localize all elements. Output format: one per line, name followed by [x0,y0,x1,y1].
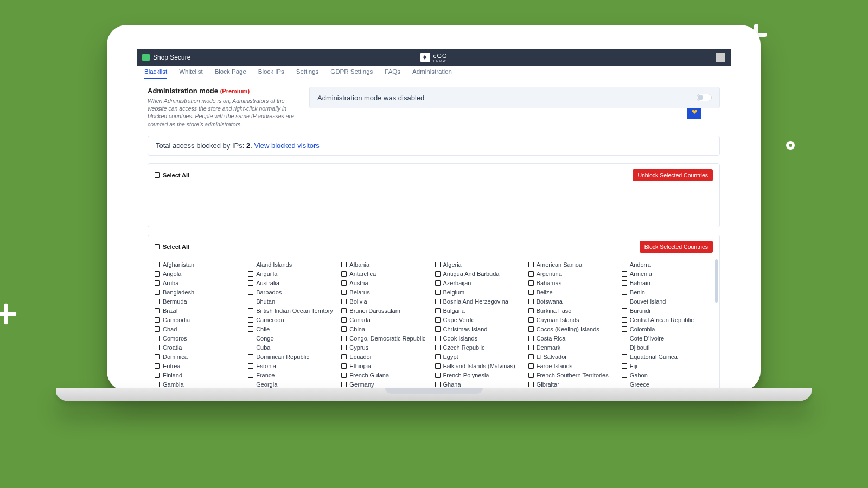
country-item[interactable]: Greece [622,381,713,388]
country-item[interactable]: Bahamas [528,280,620,286]
country-item[interactable]: Algeria [435,261,526,268]
country-item[interactable]: Burkina Faso [528,307,620,314]
tab-administration[interactable]: Administration [412,68,452,79]
country-item[interactable]: Belarus [341,289,432,296]
scrollbar[interactable] [715,259,718,303]
country-item[interactable]: Bolivia [341,298,432,305]
country-item[interactable]: Cyprus [341,344,432,351]
country-item[interactable]: Brunei Darussalam [341,307,432,314]
country-item[interactable]: Faroe Islands [528,363,620,369]
country-item[interactable]: Congo, Democratic Republic [341,335,432,342]
country-item[interactable]: Colombia [622,326,713,332]
country-item[interactable]: Angola [155,271,246,277]
country-item[interactable]: Cayman Islands [528,317,620,323]
country-item[interactable]: British Indian Ocean Territory [248,307,339,314]
country-item[interactable]: Fiji [622,363,713,369]
tab-block-ips[interactable]: Block IPs [258,68,284,79]
country-item[interactable]: Djibouti [622,344,713,351]
country-item[interactable]: Aland Islands [248,261,339,268]
select-all-available[interactable]: Select All [155,243,189,250]
country-item[interactable]: Argentina [528,271,620,277]
country-item[interactable]: Gabon [622,372,713,378]
country-item[interactable]: Brazil [155,307,246,314]
select-all-blocked[interactable]: Select All [155,172,189,178]
country-item[interactable]: Cocos (Keeling) Islands [528,326,620,332]
country-item[interactable]: France [248,372,339,378]
country-item[interactable]: Cambodia [155,317,246,323]
country-item[interactable]: Dominican Republic [248,354,339,360]
country-item[interactable]: Chile [248,326,339,332]
country-item[interactable]: Germany [341,381,432,388]
view-blocked-link[interactable]: View blocked visitors [254,142,319,150]
country-item[interactable]: Ghana [435,381,526,388]
country-item[interactable]: Antigua And Barbuda [435,271,526,277]
country-item[interactable]: Cote D'Ivoire [622,335,713,342]
block-button[interactable]: Block Selected Countries [640,241,713,253]
country-item[interactable]: China [341,326,432,332]
country-item[interactable]: Ethiopia [341,363,432,369]
tab-block-page[interactable]: Block Page [215,68,246,79]
country-item[interactable]: Armenia [622,271,713,277]
country-item[interactable]: Belize [528,289,620,296]
tab-gdpr-settings[interactable]: GDPR Settings [330,68,373,79]
country-item[interactable]: Burundi [622,307,713,314]
country-item[interactable]: Christmas Island [435,326,526,332]
country-item[interactable]: Czech Republic [435,344,526,351]
country-item[interactable]: Cuba [248,344,339,351]
avatar[interactable] [716,53,725,62]
country-item[interactable]: Australia [248,280,339,286]
country-item[interactable]: French Polynesia [435,372,526,378]
country-item[interactable]: Bermuda [155,298,246,305]
country-item[interactable]: Bouvet Island [622,298,713,305]
country-item[interactable]: Falkland Islands (Malvinas) [435,363,526,369]
country-item[interactable]: French Southern Territories [528,372,620,378]
country-item[interactable]: Cape Verde [435,317,526,323]
country-item[interactable]: Georgia [248,381,339,388]
country-item[interactable]: Austria [341,280,432,286]
country-item[interactable]: Antarctica [341,271,432,277]
country-item[interactable]: Bhutan [248,298,339,305]
country-item[interactable]: French Guiana [341,372,432,378]
country-item[interactable]: Dominica [155,354,246,360]
admin-mode-toggle[interactable] [697,94,712,101]
country-item[interactable]: Denmark [528,344,620,351]
country-item[interactable]: Bahrain [622,280,713,286]
country-item[interactable]: American Samoa [528,261,620,268]
country-item[interactable]: Benin [622,289,713,296]
tab-blacklist[interactable]: Blacklist [144,68,167,79]
country-item[interactable]: Barbados [248,289,339,296]
country-item[interactable]: Aruba [155,280,246,286]
country-item[interactable]: Anguilla [248,271,339,277]
country-item[interactable]: Costa Rica [528,335,620,342]
country-item[interactable]: Bangladesh [155,289,246,296]
country-item[interactable]: Gambia [155,381,246,388]
country-item[interactable]: Eritrea [155,363,246,369]
country-item[interactable]: Andorra [622,261,713,268]
country-item[interactable]: Bosnia And Herzegovina [435,298,526,305]
country-item[interactable]: Equatorial Guinea [622,354,713,360]
tab-whitelist[interactable]: Whitelist [179,68,202,79]
country-item[interactable]: Gibraltar [528,381,620,388]
country-item[interactable]: El Salvador [528,354,620,360]
country-item[interactable]: Comoros [155,335,246,342]
country-item[interactable]: Chad [155,326,246,332]
country-item[interactable]: Estonia [248,363,339,369]
country-item[interactable]: Afghanistan [155,261,246,268]
country-item[interactable]: Belgium [435,289,526,296]
unblock-button[interactable]: Unblock Selected Countries [633,169,713,181]
country-item[interactable]: Cameroon [248,317,339,323]
country-item[interactable]: Central African Republic [622,317,713,323]
country-item[interactable]: Albania [341,261,432,268]
country-item[interactable]: Croatia [155,344,246,351]
country-item[interactable]: Congo [248,335,339,342]
country-item[interactable]: Botswana [528,298,620,305]
country-item[interactable]: Canada [341,317,432,323]
tab-settings[interactable]: Settings [296,68,319,79]
country-item[interactable]: Cook Islands [435,335,526,342]
country-item[interactable]: Bulgaria [435,307,526,314]
tab-faqs[interactable]: FAQs [385,68,400,79]
country-item[interactable]: Finland [155,372,246,378]
country-item[interactable]: Azerbaijan [435,280,526,286]
country-item[interactable]: Egypt [435,354,526,360]
country-item[interactable]: Ecuador [341,354,432,360]
